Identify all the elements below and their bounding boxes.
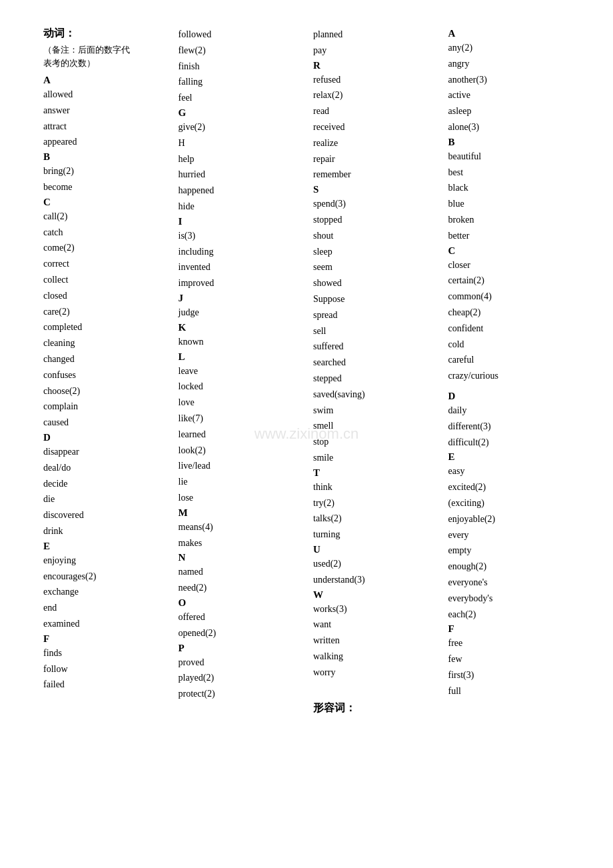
- word-item: confuses: [43, 367, 165, 383]
- word-item: caused: [43, 415, 165, 431]
- column-2: followedflew(2)finishfallingfeelGgive(2)…: [175, 27, 304, 715]
- word-item: broken: [448, 212, 570, 228]
- word-item: walking: [313, 649, 435, 665]
- word-item: read: [313, 103, 435, 119]
- word-item: locked: [179, 379, 301, 395]
- letter-header: G: [179, 107, 301, 119]
- word-item: drink: [43, 523, 165, 539]
- col2-word-list: followedflew(2)finishfallingfeelGgive(2)…: [179, 27, 301, 702]
- word-item: feel: [179, 90, 301, 106]
- word-item: stepped: [313, 371, 435, 387]
- word-item: empty: [448, 543, 570, 559]
- letter-header: D: [448, 391, 570, 402]
- word-item: black: [448, 180, 570, 196]
- word-item: love: [179, 395, 301, 411]
- word-item: give(2): [179, 119, 301, 135]
- word-item: learned: [179, 427, 301, 443]
- letter-header: E: [43, 541, 165, 552]
- letter-header: L: [179, 351, 301, 363]
- word-item: full: [448, 683, 570, 699]
- word-item: improved: [179, 275, 301, 291]
- word-item: excited(2): [448, 479, 570, 495]
- word-item: want: [313, 617, 435, 633]
- word-item: lie: [179, 474, 301, 490]
- word-item: everyone's: [448, 575, 570, 591]
- word-item: shout: [313, 228, 435, 244]
- word-item: die: [43, 491, 165, 507]
- word-item: help: [179, 151, 301, 167]
- word-item: changed: [43, 351, 165, 367]
- word-item: written: [313, 633, 435, 649]
- word-item: means(4): [179, 519, 301, 535]
- letter-header: S: [313, 184, 435, 195]
- word-item: seem: [313, 259, 435, 275]
- word-item: come(2): [43, 240, 165, 256]
- adjective-title: 形容词：: [313, 701, 435, 715]
- word-item: crazy/curious: [448, 368, 570, 384]
- letter-header: U: [313, 544, 435, 555]
- word-item: enjoying: [43, 553, 165, 569]
- letter-header: B: [448, 137, 570, 148]
- word-item: better: [448, 228, 570, 244]
- main-columns: 动词： （备注：后面的数字代表考的次数） Aallowedanswerattra…: [40, 27, 573, 715]
- word-item: sleep: [313, 244, 435, 260]
- word-item: certain(2): [448, 273, 570, 289]
- word-item: enough(2): [448, 559, 570, 575]
- letter-header: T: [313, 467, 435, 479]
- word-item: Suppose: [313, 291, 435, 307]
- word-item: beautiful: [448, 149, 570, 165]
- word-item: easy: [448, 463, 570, 479]
- letter-header: O: [179, 597, 301, 609]
- word-item: falling: [179, 74, 301, 90]
- word-item: used(2): [313, 556, 435, 572]
- word-item: common(4): [448, 289, 570, 305]
- word-item: bring(2): [43, 163, 165, 179]
- word-item: cold: [448, 337, 570, 353]
- word-item: followed: [179, 27, 301, 43]
- col1-word-list: AallowedanswerattractappearedBbring(2)be…: [43, 75, 165, 693]
- word-item: live/lead: [179, 458, 301, 474]
- word-item: each(2): [448, 607, 570, 623]
- word-item: look(2): [179, 443, 301, 459]
- word-item: smile: [313, 450, 435, 466]
- word-item: spend(3): [313, 196, 435, 212]
- word-item: best: [448, 165, 570, 181]
- word-item: lose: [179, 490, 301, 506]
- word-item: planned: [313, 27, 435, 43]
- word-item: deal/do: [43, 460, 165, 476]
- word-item: works(3): [313, 601, 435, 617]
- column-4: Aany(2)angryanother(3)activeasleepalone(…: [445, 27, 574, 715]
- letter-header: M: [179, 507, 301, 519]
- spacer: [313, 685, 435, 691]
- word-item: sell: [313, 323, 435, 339]
- word-item: everybody's: [448, 591, 570, 607]
- word-item: H: [179, 135, 301, 151]
- word-item: try(2): [313, 495, 435, 511]
- word-item: hide: [179, 199, 301, 215]
- word-item: active: [448, 87, 570, 103]
- letter-header: W: [313, 589, 435, 601]
- verb-title: 动词：: [43, 27, 165, 41]
- word-item: finds: [43, 645, 165, 661]
- col4-word-list: Aany(2)angryanother(3)activeasleepalone(…: [448, 28, 570, 699]
- word-item: opened(2): [179, 625, 301, 641]
- word-item: realize: [313, 135, 435, 151]
- letter-header: D: [43, 432, 165, 443]
- word-item: pay: [313, 43, 435, 59]
- column-1: 动词： （备注：后面的数字代表考的次数） Aallowedanswerattra…: [40, 27, 169, 715]
- word-item: catch: [43, 225, 165, 241]
- letter-header: F: [43, 633, 165, 645]
- word-item: answer: [43, 103, 165, 119]
- letter-header: I: [179, 216, 301, 227]
- letter-header: C: [448, 245, 570, 257]
- word-item: blue: [448, 196, 570, 212]
- word-item: spread: [313, 307, 435, 323]
- word-item: worry: [313, 665, 435, 681]
- word-item: call(2): [43, 209, 165, 225]
- word-item: leave: [179, 363, 301, 379]
- word-item: follow: [43, 661, 165, 677]
- word-item: failed: [43, 677, 165, 693]
- verb-note: （备注：后面的数字代表考的次数）: [43, 43, 165, 69]
- letter-header: E: [448, 451, 570, 463]
- word-item: happened: [179, 183, 301, 199]
